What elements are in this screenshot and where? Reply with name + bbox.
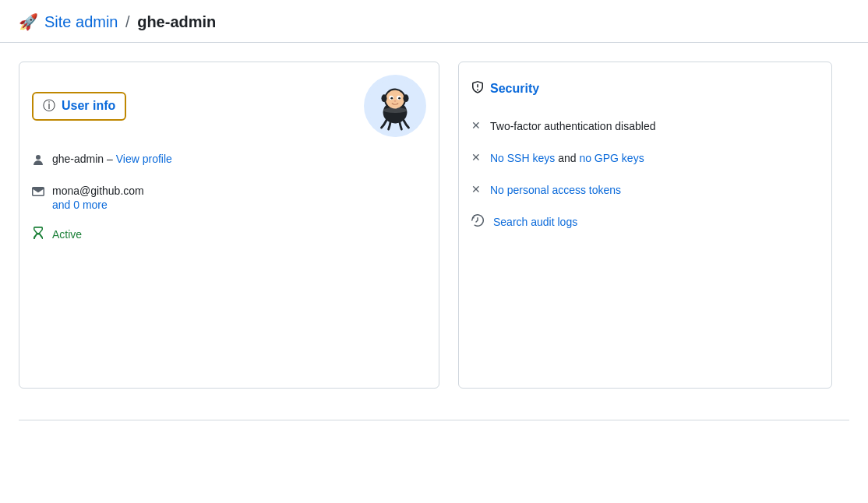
no-gpg-keys-link[interactable]: no GPG keys — [579, 152, 644, 164]
clock-icon — [471, 214, 484, 230]
svg-point-7 — [398, 97, 400, 100]
username-heading: ghe-admin — [137, 13, 216, 30]
security-header: Security — [471, 75, 819, 103]
user-info-title: User info — [62, 99, 115, 113]
svg-point-9 — [382, 94, 387, 102]
username-content: ghe-admin – View profile — [52, 153, 172, 165]
security-panel: Security ✕ Two-factor authentication dis… — [458, 62, 832, 389]
avatar-image — [368, 79, 422, 133]
person-icon — [32, 153, 44, 169]
info-circle-icon: ⓘ — [43, 98, 55, 114]
two-factor-item: ✕ Two-factor authentication disabled — [471, 118, 819, 135]
site-admin-link[interactable]: Site admin — [44, 13, 118, 30]
avatar-wrap — [364, 75, 426, 137]
audit-logs-item: Search audit logs — [471, 214, 819, 230]
username-text: ghe-admin – View profile — [52, 153, 172, 165]
user-info-header: ⓘ User info — [32, 75, 426, 137]
no-ssh-keys-link[interactable]: No SSH keys — [490, 152, 555, 164]
no-pat-link[interactable]: No personal access tokens — [490, 184, 621, 196]
page-title: Site admin / ghe-admin — [44, 13, 216, 31]
shield-icon — [471, 81, 484, 97]
x-icon-pat: ✕ — [471, 183, 481, 195]
status-row: Active — [32, 227, 426, 242]
pat-item: ✕ No personal access tokens — [471, 182, 819, 199]
email-content: mona@github.com and 0 more — [52, 185, 144, 211]
security-title: Security — [490, 82, 539, 96]
svg-point-6 — [390, 97, 393, 100]
user-info-panel: ⓘ User info — [19, 62, 439, 389]
email-more-link[interactable]: and 0 more — [52, 199, 144, 211]
two-factor-text: Two-factor authentication disabled — [490, 118, 655, 135]
svg-point-11 — [383, 107, 408, 113]
ssh-gpg-item: ✕ No SSH keys and no GPG keys — [471, 150, 819, 167]
email-text: mona@github.com — [52, 185, 144, 197]
x-icon-ssh: ✕ — [471, 151, 481, 164]
username-row: ghe-admin – View profile — [32, 153, 426, 169]
avatar — [364, 75, 426, 137]
email-row: mona@github.com and 0 more — [32, 185, 426, 211]
main-content: ⓘ User info — [0, 43, 868, 420]
svg-point-10 — [404, 94, 409, 102]
status-label: Active — [52, 228, 82, 241]
view-profile-link[interactable]: View profile — [116, 153, 172, 165]
svg-point-8 — [394, 100, 397, 102]
two-column-layout: ⓘ User info — [19, 62, 849, 389]
page-header: 🚀 Site admin / ghe-admin — [0, 0, 868, 43]
mail-icon — [32, 185, 44, 201]
pat-text: No personal access tokens — [490, 182, 621, 199]
user-info-box: ⓘ User info — [32, 92, 126, 121]
rocket-icon: 🚀 — [19, 12, 38, 31]
ssh-gpg-text: No SSH keys and no GPG keys — [490, 150, 644, 167]
breadcrumb-separator: / — [125, 13, 130, 30]
bottom-divider — [19, 420, 849, 420]
search-audit-logs-link[interactable]: Search audit logs — [493, 216, 577, 228]
svg-point-3 — [386, 90, 404, 109]
hourglass-icon — [32, 227, 44, 242]
x-icon-2fa: ✕ — [471, 119, 481, 132]
